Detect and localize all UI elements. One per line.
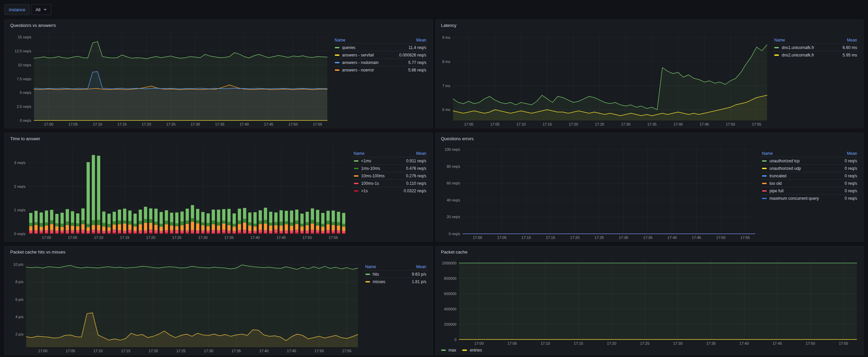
panel-title[interactable]: Packet cache [440,248,859,256]
series-name[interactable]: misses [365,279,412,284]
svg-text:17:25: 17:25 [166,122,176,126]
svg-text:17:40: 17:40 [250,236,260,240]
series-mean-value: 0 req/s [845,159,857,163]
legend-header-mean[interactable]: Mean [416,38,426,43]
legend-row: truncated0 req/s [761,172,858,179]
series-name[interactable]: dns2.unicornafk.fr [774,53,843,58]
series-name[interactable]: 100ms-1s [354,181,406,186]
legend-header-mean[interactable]: Mean [847,38,857,43]
timeseries-chart[interactable]: 17:0017:0517:1017:1517:2017:2517:3017:35… [10,29,329,127]
series-color-swatch[interactable] [354,168,359,169]
series-color-swatch[interactable] [354,190,359,192]
legend: NameMeandns1.unicornafk.fr6.60 msdns2.un… [773,37,858,59]
panel-title[interactable]: Time to answer [10,135,428,143]
svg-text:17:25: 17:25 [640,341,649,345]
svg-text:17:20: 17:20 [142,122,151,126]
series-name[interactable]: queries [335,45,409,50]
series-color-swatch[interactable] [762,183,767,184]
chart-canvas: 17:0017:0517:1017:1517:2017:2517:3017:35… [440,143,757,241]
svg-text:17:05: 17:05 [497,236,506,240]
legend-header-name[interactable]: Name [365,264,416,269]
legend-header-name[interactable]: Name [354,151,416,156]
series-name[interactable]: unauthorized tcp [762,159,845,163]
svg-text:6 p/s: 6 p/s [15,297,23,302]
series-mean-value: 11.4 req/s [409,45,426,50]
series-name[interactable]: answers - servfail [335,53,399,58]
svg-text:17:50: 17:50 [314,349,324,353]
panel-title[interactable]: Questions errors [440,135,859,143]
timeseries-chart[interactable]: 17:0017:0517:1017:1517:2017:2517:3017:35… [440,143,757,241]
svg-text:17:00: 17:00 [38,349,48,353]
svg-text:200000: 200000 [444,322,456,326]
series-color-swatch[interactable] [365,281,370,282]
legend-header-name[interactable]: Name [762,151,847,156]
svg-text:17:05: 17:05 [68,122,78,126]
legend-row: pipe full0 req/s [761,187,858,194]
svg-text:17:00: 17:00 [464,122,473,126]
legend: maxentries [440,346,859,354]
svg-text:40 req/s: 40 req/s [447,198,460,202]
panel-questions-vs-answers: Question/s vs answer/s 17:0017:0517:1017… [4,19,433,128]
svg-text:17:45: 17:45 [699,122,709,126]
series-name[interactable]: answers - noerror [335,68,409,72]
series-color-swatch[interactable] [762,160,767,162]
series-mean-value: 0.0322 req/s [404,189,427,193]
svg-text:17:10: 17:10 [94,236,103,240]
variable-value-dropdown[interactable]: All [31,4,51,15]
series-name[interactable]: hits [365,272,412,277]
timeseries-chart[interactable]: 17:0017:0517:1017:1517:2017:2517:3017:35… [440,29,769,127]
stacked-bar-chart[interactable]: 17:0017:0517:1017:1517:2017:2517:3017:35… [10,143,348,241]
svg-text:17:20: 17:20 [149,349,158,353]
legend-header-mean[interactable]: Mean [416,151,426,156]
legend-item[interactable]: max [441,348,456,353]
series-color-swatch[interactable] [762,198,767,199]
series-color-swatch[interactable] [354,160,359,162]
series-color-swatch[interactable] [335,54,340,56]
series-name[interactable]: too old [762,181,845,186]
series-name[interactable]: pipe full [762,189,845,193]
series-color-swatch[interactable] [335,47,340,48]
series-color-swatch[interactable] [762,190,767,192]
series-name[interactable]: dns1.unicornafk.fr [774,45,843,50]
legend-row: 10ms-100ms0.276 req/s [352,172,428,179]
svg-text:17:20: 17:20 [146,236,156,240]
series-name[interactable]: answers - nxdomain [335,60,409,65]
legend-header-name[interactable]: Name [335,38,416,43]
legend-item[interactable]: entries [462,348,482,353]
variable-label[interactable]: instance [4,4,30,15]
series-color-swatch[interactable] [365,274,370,275]
svg-text:17:30: 17:30 [204,349,213,353]
panel-title[interactable]: Latency [440,21,859,29]
series-color-swatch[interactable] [762,168,767,169]
legend-header-mean[interactable]: Mean [847,151,857,156]
legend-header-mean[interactable]: Mean [416,264,426,269]
series-mean-value: 0.476 req/s [406,166,426,171]
timeseries-chart[interactable]: 17:0017:0517:1017:1517:2017:2517:3017:35… [440,256,859,346]
series-name[interactable]: unauthorized udp [762,166,845,171]
series-color-swatch[interactable] [762,175,767,177]
series-color-swatch [441,350,446,351]
series-color-swatch[interactable] [354,183,359,184]
series-name[interactable]: truncated [762,174,845,178]
legend-header-name[interactable]: Name [774,38,847,43]
legend-row: dns2.unicornafk.fr5.95 ms [773,51,858,59]
series-color-swatch[interactable] [335,69,340,71]
series-color-swatch[interactable] [335,62,340,63]
series-name[interactable]: maximum concurrent query [762,196,845,201]
svg-text:17:45: 17:45 [692,236,701,240]
svg-text:17:05: 17:05 [490,122,500,126]
timeseries-chart[interactable]: 17:0017:0517:1017:1517:2017:2517:3017:35… [10,256,360,354]
series-color-swatch[interactable] [774,47,779,48]
series-name[interactable]: <1ms [354,159,406,163]
svg-text:17:05: 17:05 [68,236,77,240]
panel-grid: Question/s vs answer/s 17:0017:0517:1017… [0,15,868,357]
panel-title[interactable]: Packet cache hits vs misses [10,248,428,256]
series-name[interactable]: >1s [354,189,404,193]
series-name[interactable]: 10ms-100ms [354,174,406,178]
series-color-swatch[interactable] [774,54,779,56]
series-name[interactable]: 1ms-10ms [354,166,406,171]
panel-title[interactable]: Question/s vs answer/s [10,21,428,29]
svg-text:17:05: 17:05 [507,341,517,345]
series-color-swatch[interactable] [354,175,359,177]
svg-text:100 req/s: 100 req/s [445,147,460,151]
